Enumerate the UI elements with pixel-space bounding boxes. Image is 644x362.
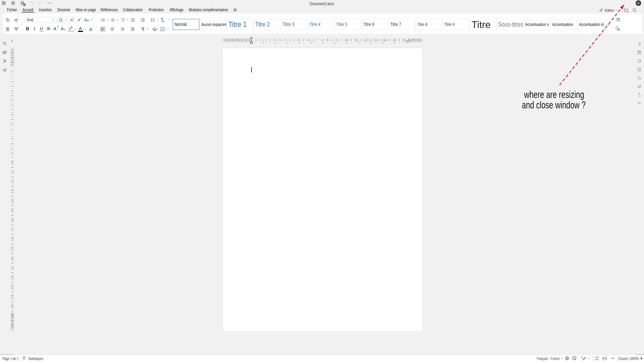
svg-text:12: 12 (22, 358, 24, 360)
svg-text:A: A (573, 356, 575, 359)
